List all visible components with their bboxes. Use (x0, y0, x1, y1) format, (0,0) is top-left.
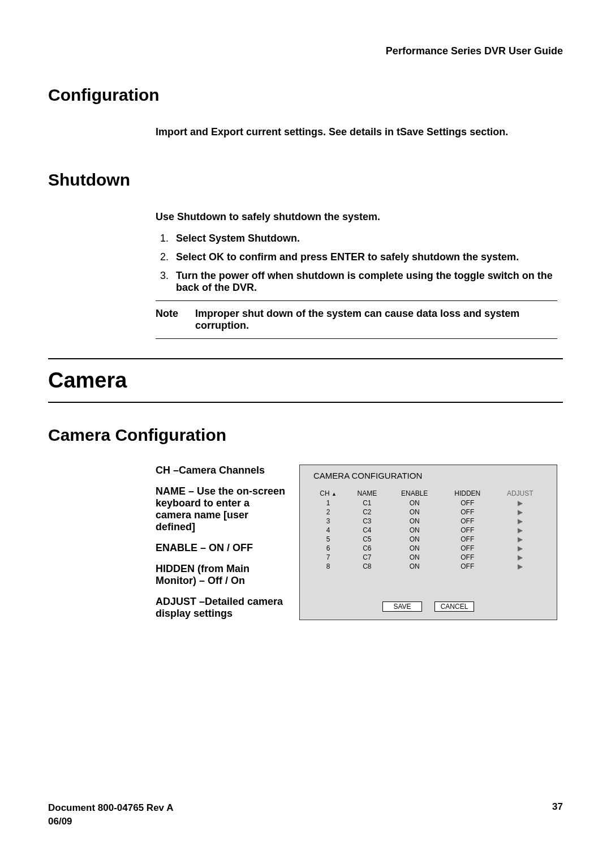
cell-name[interactable]: C4 (346, 526, 388, 535)
table-row[interactable]: 1C1ONOFF▶ (310, 499, 547, 508)
desc-enable: ENABLE – ON / OFF (156, 542, 286, 554)
col-name: NAME (346, 488, 388, 499)
heading-camera: Camera (48, 359, 563, 402)
cell-hidden[interactable]: OFF (441, 526, 493, 535)
table-row[interactable]: 5C5ONOFF▶ (310, 535, 547, 544)
page-footer: Document 800-04765 Rev A 06/09 37 (48, 801, 563, 828)
cell-adjust[interactable]: ▶ (493, 562, 547, 571)
cell-ch: 5 (310, 535, 346, 544)
cell-ch: 3 (310, 517, 346, 526)
chevron-right-icon: ▶ (518, 535, 523, 543)
chevron-right-icon: ▶ (518, 553, 523, 561)
cell-ch: 4 (310, 526, 346, 535)
shutdown-steps: Select System Shutdown. Select OK to con… (171, 233, 557, 294)
col-ch-label: CH (320, 489, 329, 497)
cell-name[interactable]: C1 (346, 499, 388, 508)
cell-name[interactable]: C6 (346, 544, 388, 553)
chevron-right-icon: ▶ (518, 517, 523, 525)
table-row[interactable]: 7C7ONOFF▶ (310, 553, 547, 562)
cell-ch: 1 (310, 499, 346, 508)
cell-name[interactable]: C2 (346, 508, 388, 517)
cell-enable[interactable]: ON (388, 553, 441, 562)
desc-ch: CH –Camera Channels (156, 465, 286, 476)
cell-name[interactable]: C7 (346, 553, 388, 562)
note-label: Note (156, 308, 195, 332)
col-adjust: ADJUST (493, 488, 547, 499)
heading-configuration: Configuration (48, 85, 563, 105)
chevron-right-icon: ▶ (518, 562, 523, 570)
cell-enable[interactable]: ON (388, 499, 441, 508)
cell-adjust[interactable]: ▶ (493, 535, 547, 544)
sort-asc-icon: ▲ (332, 491, 337, 497)
col-ch[interactable]: CH ▲ (310, 488, 346, 499)
list-item: Select OK to confirm and press ENTER to … (171, 251, 557, 263)
cell-ch: 6 (310, 544, 346, 553)
camera-config-table: CH ▲ NAME ENABLE HIDDEN ADJUST 1C1ONOFF▶… (310, 488, 547, 571)
cell-hidden[interactable]: OFF (441, 535, 493, 544)
note-block: Note Improper shut down of the system ca… (156, 300, 557, 339)
cell-hidden[interactable]: OFF (441, 544, 493, 553)
cell-adjust[interactable]: ▶ (493, 544, 547, 553)
step-text: Select OK to confirm and press ENTER to … (176, 251, 519, 263)
list-item: Turn the power off when shutdown is comp… (171, 270, 557, 294)
cell-name[interactable]: C5 (346, 535, 388, 544)
running-header: Performance Series DVR User Guide (48, 45, 563, 57)
cell-enable[interactable]: ON (388, 535, 441, 544)
step-text: Turn the power off when shutdown is comp… (176, 270, 553, 293)
cell-enable[interactable]: ON (388, 562, 441, 571)
chevron-right-icon: ▶ (518, 526, 523, 534)
chevron-right-icon: ▶ (518, 499, 523, 507)
cell-adjust[interactable]: ▶ (493, 508, 547, 517)
cell-hidden[interactable]: OFF (441, 553, 493, 562)
cell-adjust[interactable]: ▶ (493, 553, 547, 562)
note-text: Improper shut down of the system can cau… (195, 308, 557, 332)
heading-shutdown: Shutdown (48, 170, 563, 190)
camera-config-panel: CAMERA CONFIGURATION CH ▲ NAME ENABLE HI… (299, 465, 557, 620)
heading-camera-configuration: Camera Configuration (48, 426, 563, 445)
desc-name: NAME – Use the on-screen keyboard to ent… (156, 485, 286, 533)
footer-date: 06/09 (48, 815, 173, 828)
step-text: Select System Shutdown. (176, 233, 300, 244)
cell-name[interactable]: C3 (346, 517, 388, 526)
camera-description-column: CH –Camera Channels NAME – Use the on-sc… (156, 465, 286, 629)
cell-enable[interactable]: ON (388, 517, 441, 526)
cell-ch: 7 (310, 553, 346, 562)
cell-adjust[interactable]: ▶ (493, 517, 547, 526)
table-row[interactable]: 2C2ONOFF▶ (310, 508, 547, 517)
panel-title: CAMERA CONFIGURATION (313, 471, 547, 480)
table-row[interactable]: 6C6ONOFF▶ (310, 544, 547, 553)
table-row[interactable]: 3C3ONOFF▶ (310, 517, 547, 526)
cell-hidden[interactable]: OFF (441, 517, 493, 526)
table-row[interactable]: 4C4ONOFF▶ (310, 526, 547, 535)
cell-enable[interactable]: ON (388, 526, 441, 535)
col-hidden: HIDDEN (441, 488, 493, 499)
cell-enable[interactable]: ON (388, 544, 441, 553)
chevron-right-icon: ▶ (518, 508, 523, 516)
cell-hidden[interactable]: OFF (441, 508, 493, 517)
cell-adjust[interactable]: ▶ (493, 499, 547, 508)
cancel-button[interactable]: CANCEL (434, 601, 474, 612)
cell-adjust[interactable]: ▶ (493, 526, 547, 535)
col-enable: ENABLE (388, 488, 441, 499)
cell-ch: 8 (310, 562, 346, 571)
footer-document: Document 800-04765 Rev A (48, 801, 173, 815)
cell-hidden[interactable]: OFF (441, 562, 493, 571)
cell-ch: 2 (310, 508, 346, 517)
footer-page: 37 (552, 801, 563, 828)
cell-name[interactable]: C8 (346, 562, 388, 571)
desc-adjust: ADJUST –Detailed camera display settings (156, 596, 286, 620)
save-button[interactable]: SAVE (382, 601, 422, 612)
shutdown-intro: Use Shutdown to safely shutdown the syst… (156, 209, 557, 225)
table-row[interactable]: 8C8ONOFF▶ (310, 562, 547, 571)
cell-hidden[interactable]: OFF (441, 499, 493, 508)
cell-enable[interactable]: ON (388, 508, 441, 517)
chevron-right-icon: ▶ (518, 544, 523, 552)
list-item: Select System Shutdown. (171, 233, 557, 244)
configuration-text: Import and Export current settings. See … (156, 124, 557, 140)
desc-hidden: HIDDEN (from Main Monitor) – Off / On (156, 563, 286, 587)
